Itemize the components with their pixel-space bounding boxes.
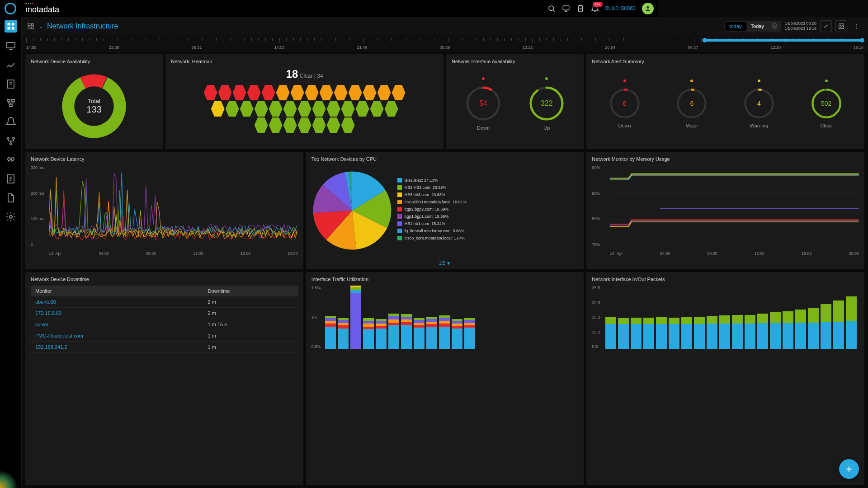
legend-swatch-icon	[397, 221, 402, 226]
hex-cell[interactable]	[312, 101, 326, 117]
nav-monitor-icon[interactable]	[5, 41, 16, 52]
bar	[363, 318, 374, 349]
hex-cell[interactable]	[211, 101, 225, 117]
table-header: Monitor	[31, 286, 203, 296]
hex-cell[interactable]	[283, 117, 297, 133]
bar	[656, 317, 658, 349]
gauge-dot-icon	[482, 77, 485, 80]
hex-cell[interactable]	[291, 85, 304, 100]
chevron-down-icon[interactable]: ⌄	[39, 24, 42, 29]
panel-latency: Network Device Latency 300 ms200 ms100 m…	[25, 152, 303, 269]
gauge-label: Down	[477, 125, 490, 131]
hex-cell[interactable]	[283, 101, 297, 117]
nav-alerts-icon[interactable]	[5, 117, 16, 127]
legend-swatch-icon	[397, 178, 402, 183]
search-icon[interactable]	[547, 5, 556, 13]
downtime-value: 1 m 15 s	[203, 319, 298, 330]
nav-file-icon[interactable]	[5, 192, 16, 203]
monitor-link[interactable]: sqlvm	[31, 319, 203, 330]
table-row[interactable]: sqlvm1 m 15 s	[31, 319, 298, 330]
nav-logs-icon[interactable]	[5, 174, 16, 184]
bar	[376, 319, 387, 349]
hex-cell[interactable]	[312, 117, 326, 133]
table-row[interactable]: 172.16.9.932 m	[31, 308, 298, 319]
gauge-label: Up	[543, 125, 550, 131]
hex-cell[interactable]	[233, 85, 246, 100]
screen-icon[interactable]	[562, 5, 570, 13]
svg-rect-11	[12, 99, 14, 101]
pager[interactable]: 1/2 ▼	[439, 261, 451, 266]
hex-cell[interactable]	[269, 117, 283, 133]
hex-cell[interactable]	[255, 101, 268, 117]
legend-label: fg_firewall.mindarray.com: 3.06%	[405, 229, 464, 233]
table-row[interactable]: PMG-Router.test.com1 m	[31, 330, 298, 342]
hex-cell[interactable]	[392, 85, 406, 100]
dashboard-grid: Network Device Availability Total 133 Ne…	[22, 52, 658, 369]
nav-topology-icon[interactable]	[5, 136, 16, 146]
panel-title: Network Interface Availability	[452, 59, 578, 64]
hex-cell[interactable]	[305, 85, 319, 100]
legend-label: cisco_core.motadata.local: 1.64%	[405, 236, 466, 240]
hex-cell[interactable]	[240, 101, 254, 117]
nav-discovery-icon[interactable]	[5, 155, 16, 165]
timeline[interactable]: 14:5522:3806:2114:0321:4605:2913:1220:54…	[22, 35, 658, 52]
gauge-label: Down	[618, 123, 631, 128]
hex-cell[interactable]	[320, 85, 333, 100]
svg-rect-1	[563, 6, 569, 10]
legend-item: HB1.hb1.com: 15.24%	[397, 221, 579, 226]
legend-swatch-icon	[397, 207, 402, 211]
svg-rect-5	[11, 23, 14, 26]
hex-cell[interactable]	[262, 85, 275, 100]
hex-cell[interactable]	[349, 85, 362, 100]
nav-reports-icon[interactable]	[5, 79, 16, 89]
svg-point-13	[7, 137, 9, 139]
panel-title: Network Device Availability	[31, 59, 157, 64]
monitor-link[interactable]: 172.16.9.93	[31, 308, 203, 319]
bell-icon[interactable]: 99+	[591, 5, 599, 13]
hex-cell[interactable]	[218, 85, 232, 100]
grid-icon[interactable]	[27, 23, 34, 30]
monitor-link[interactable]: 192.168.241.2	[31, 342, 203, 353]
hex-cell[interactable]	[334, 85, 348, 100]
hex-cell[interactable]	[327, 117, 340, 133]
monitor-link[interactable]: PMG-Router.test.com	[31, 330, 203, 342]
clipboard-icon[interactable]	[576, 5, 585, 13]
table-header: Downtime	[203, 286, 298, 296]
hex-cell[interactable]	[327, 101, 340, 117]
svg-point-0	[549, 6, 554, 11]
hex-cell[interactable]	[385, 101, 398, 117]
svg-rect-10	[7, 99, 10, 101]
hex-cell[interactable]	[370, 101, 384, 117]
nav-dashboard-icon[interactable]	[5, 20, 17, 33]
legend-item: HB3.hb3.com: 23.63%	[397, 192, 579, 197]
hex-cell[interactable]	[226, 101, 239, 117]
table-row[interactable]: ubuntu202 m	[31, 296, 298, 308]
hex-cell[interactable]	[298, 101, 311, 117]
gauge-value: 322	[528, 85, 565, 122]
hex-cell[interactable]	[247, 85, 261, 100]
hex-cell[interactable]	[298, 117, 311, 133]
hex-cell[interactable]	[255, 117, 268, 133]
legend-label: bgp2.bgp2.com: 18.59%	[405, 207, 449, 211]
nav-settings-icon[interactable]	[5, 211, 16, 222]
hex-cell[interactable]	[341, 117, 355, 133]
monitor-link[interactable]: ubuntu20	[31, 296, 203, 308]
hex-cell[interactable]	[276, 85, 290, 100]
svg-rect-12	[9, 105, 12, 107]
panel-title: Network_Heatmap	[171, 59, 438, 64]
hex-cell[interactable]	[204, 85, 217, 100]
traffic-chart: 1.5%1%0.5%	[311, 286, 579, 349]
nav-metrics-icon[interactable]	[5, 60, 16, 70]
hex-cell[interactable]	[269, 101, 283, 117]
hex-cell[interactable]	[356, 101, 369, 117]
availability-donut: Total 133	[60, 72, 128, 140]
hex-cell[interactable]	[341, 101, 355, 117]
svg-rect-7	[11, 27, 14, 30]
hex-cell[interactable]	[363, 85, 377, 100]
table-row[interactable]: 192.168.241.21 m	[31, 342, 298, 353]
hex-cell[interactable]	[377, 85, 391, 100]
nav-network-icon[interactable]	[5, 98, 16, 108]
legend-item: bgp1.bgp1.com: 18.56%	[397, 214, 579, 219]
avatar[interactable]	[642, 3, 654, 14]
bar	[414, 318, 425, 349]
